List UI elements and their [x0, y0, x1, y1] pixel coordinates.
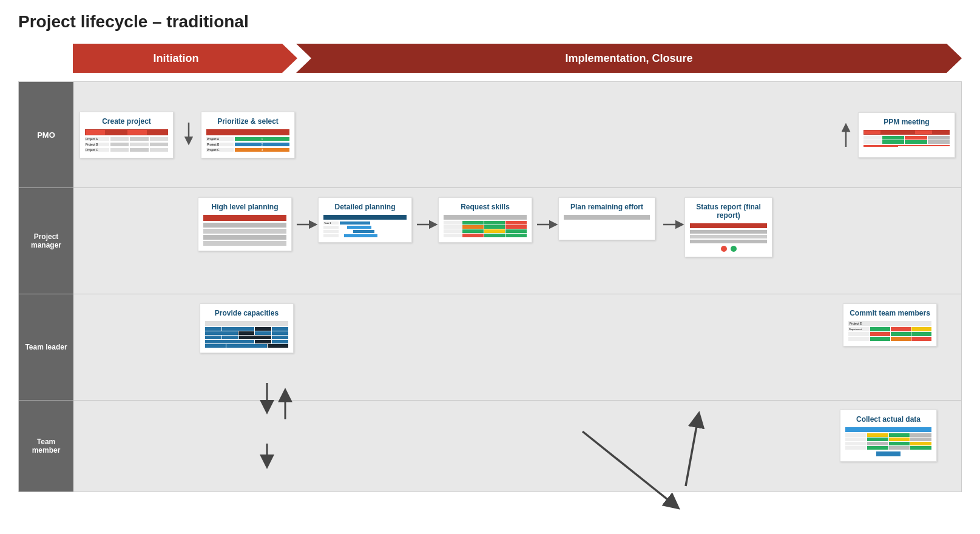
pre-visual — [564, 215, 650, 235]
ctm-slot: Commit team members Project E Department — [843, 303, 937, 346]
arrow-rs-to-pre — [537, 218, 558, 231]
initiation-banner: Initiation — [73, 44, 297, 73]
cad-title: Collect actual data — [856, 415, 921, 424]
swimlanes: PMO Create project — [18, 81, 962, 492]
rs-visual — [444, 215, 527, 237]
lane-label-tm: Team member — [19, 400, 73, 492]
lane-label-pm: Project manager — [19, 188, 73, 294]
lane-content-pm: High level planning — [73, 188, 961, 294]
hlp-slot: High level planning — [198, 197, 292, 251]
create-project-card: Create project Project A — [79, 112, 174, 158]
create-project-title: Create project — [102, 117, 151, 126]
arrow-right-4-svg — [663, 218, 684, 231]
arrow-right-2-svg — [417, 218, 438, 231]
prioritize-slot: Prioritize & select Project A 1 Project … — [201, 112, 295, 158]
arrow-hlp-to-dp — [297, 218, 318, 231]
dp-title: Detailed planning — [334, 203, 395, 211]
hlp-title: High level planning — [211, 203, 278, 211]
lane-pm: Project manager High level planning — [19, 188, 961, 294]
prioritize-title: Prioritize & select — [217, 117, 279, 126]
arrow-up-svg — [837, 123, 855, 147]
pc-card: Provide capacities — [200, 303, 294, 353]
ctm-title: Commit team members — [850, 309, 930, 317]
lane-pmo: PMO Create project — [19, 82, 961, 188]
sr-title: Status report (final report) — [690, 203, 767, 220]
ppm-visual — [863, 130, 950, 152]
arrow-right-svg — [297, 218, 318, 231]
pc-title: Provide capacities — [215, 309, 279, 317]
page-title: Project lifecycle – traditional — [18, 12, 962, 32]
phase-banners: Initiation Implementation, Closure — [73, 44, 962, 75]
ctm-visual: Project E Department — [848, 321, 931, 341]
arrow-pre-to-sr — [663, 218, 684, 231]
sr-card: Status report (final report) — [684, 197, 772, 257]
lane-label-tl: Team leader — [19, 294, 73, 400]
arrow-right-3-svg — [537, 218, 558, 231]
pc-slot: Provide capacities — [200, 303, 294, 353]
arrow-dp-to-rs — [417, 218, 438, 231]
prioritize-visual: Project A 1 Project B 2 Project C 3 — [206, 129, 289, 153]
lane-label-pmo: PMO — [19, 82, 73, 188]
lane-tl: Team leader Provide capacities — [19, 294, 961, 400]
lane-content-pmo: Create project Project A — [73, 82, 961, 188]
hlp-visual — [203, 215, 286, 246]
ppm-title: PPM meeting — [884, 118, 929, 126]
create-project-slot: Create project Project A — [79, 112, 174, 158]
arrow-status-to-ppm — [837, 123, 855, 147]
create-project-visual: Project A Project B — [85, 129, 168, 153]
pc-visual — [205, 321, 288, 348]
rs-title: Request skills — [461, 203, 510, 211]
lane-content-tm: Collect actual data — [73, 400, 961, 492]
sr-visual — [690, 223, 767, 252]
sr-slot: Status report (final report) — [684, 197, 772, 257]
ppm-card: PPM meeting — [858, 112, 955, 158]
ppm-slot: PPM meeting — [858, 112, 955, 158]
rs-card: Request skills — [438, 197, 532, 243]
arrow-down-svg — [180, 123, 198, 147]
page: Project lifecycle – traditional Initiati… — [0, 0, 980, 504]
dp-card: Detailed planning Task 1 — [318, 197, 412, 243]
lane-content-tl: Provide capacities — [73, 294, 961, 400]
lane-tm: Team member Collect actual data — [19, 400, 961, 492]
cad-slot: Collect actual data — [840, 410, 943, 462]
pre-slot: Plan remaining effort — [558, 197, 658, 240]
pre-title: Plan remaining effort — [570, 203, 643, 211]
dp-visual: Task 1 — [323, 215, 407, 237]
pre-card: Plan remaining effort — [558, 197, 655, 240]
cad-visual — [845, 427, 931, 456]
implementation-banner: Implementation, Closure — [296, 44, 962, 73]
arrow-create-to-hlp — [180, 123, 198, 147]
implementation-label: Implementation, Closure — [565, 52, 692, 65]
ctm-card: Commit team members Project E Department — [843, 303, 937, 346]
initiation-label: Initiation — [154, 52, 199, 65]
prioritize-card: Prioritize & select Project A 1 Project … — [201, 112, 295, 158]
cad-card: Collect actual data — [840, 410, 937, 462]
hlp-card: High level planning — [198, 197, 292, 251]
rs-slot: Request skills — [438, 197, 532, 243]
dp-slot: Detailed planning Task 1 — [318, 197, 412, 243]
